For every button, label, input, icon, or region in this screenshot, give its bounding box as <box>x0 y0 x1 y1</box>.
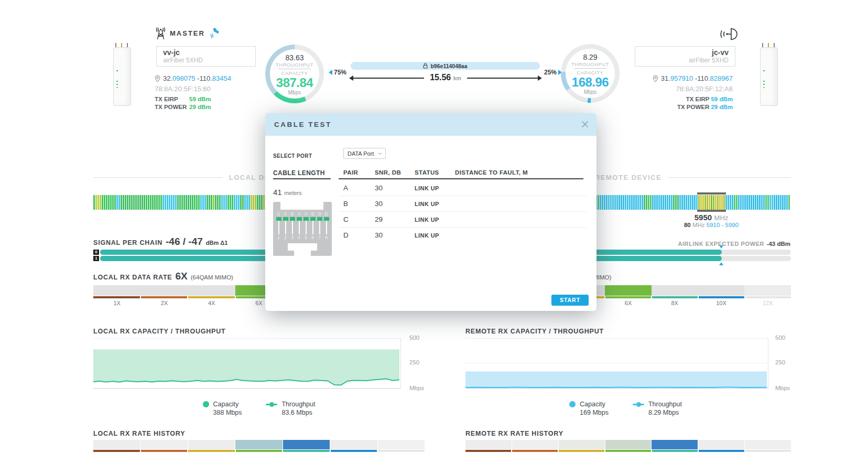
pair-column-header: PAIR <box>343 169 358 176</box>
arrowhead-right <box>538 76 542 81</box>
cable-pair-row-D: D30LINK UP <box>339 228 587 243</box>
local-device-name: vv-jc <box>163 48 255 57</box>
remote-coordinates: 31.957910 -110.828967 <box>661 74 733 82</box>
snr-column-header: SNR, DB <box>375 169 401 176</box>
local-tx-power-value: 29 dBm <box>189 104 211 110</box>
cable-length-header: CABLE LENGTH <box>273 169 325 177</box>
rj45-connector-diagram: CCBAABDD 12345678 <box>273 202 332 256</box>
remote-mac-address: 78:8A:20:5F:12:A6 <box>628 85 733 93</box>
legend-throughput: Throughput 83.6 Mbps <box>266 401 315 416</box>
location-pin-icon <box>653 75 658 82</box>
local-link-percent: 75% <box>329 69 346 76</box>
left-arrow-icon <box>329 70 332 75</box>
status-column-header: STATUS <box>415 169 439 176</box>
distance-arrow-right <box>467 78 540 79</box>
local-rx-data-rate-title: LOCAL RX DATA RATE 6X (64QAM MIMO) <box>93 271 233 282</box>
start-button[interactable]: START <box>551 295 589 306</box>
remote-ytick-500: 500 <box>775 335 785 341</box>
local-device-info: 32.098075 -110.83454 78:8A:20:5F:15:60 T… <box>155 74 259 110</box>
remote-throughput-capacity-gauge: 8.29 THROUGHPUT CAPACITY 168.96 Mbps <box>561 44 620 103</box>
remote-device-info: 31.957910 -110.828967 78:8A:20:5F:12:A6 … <box>628 74 733 110</box>
cable-pair-row-C: C29LINK UP <box>339 212 587 228</box>
legend-capacity: Capacity 169 Mbps <box>569 401 609 416</box>
local-device-model: airFiber 5XHD <box>163 57 255 64</box>
remote-tx-eirp-value: 59 dBm <box>711 96 733 102</box>
master-label: MASTER <box>170 29 205 37</box>
link-id: b96e114048aa <box>430 63 467 69</box>
remote-link-percent: 25% <box>544 69 562 76</box>
frequency-range: 80 MHz 5910 - 5990 <box>672 222 751 228</box>
distance-column-header: DISTANCE TO FAULT, M <box>455 169 528 176</box>
port-select-value: DATA Port <box>348 150 374 157</box>
remote-tx-eirp-row: TX EIRP 59 dBm <box>628 96 733 102</box>
remote-capacity-throughput-chart[interactable] <box>465 336 767 389</box>
cable-pair-row-A: A30LINK UP <box>339 180 587 196</box>
cable-pair-row-B: B30LINK UP <box>339 196 587 212</box>
remote-rate-history-bar <box>465 440 791 449</box>
remote-chart-title: REMOTE RX CAPACITY / THROUGHPUT <box>465 328 604 335</box>
throughput-line-icon <box>633 404 644 405</box>
link-id-pill: b96e114048aa <box>351 62 540 70</box>
legend-throughput: Throughput 8.29 Mbps <box>633 401 682 416</box>
remote-history-title: REMOTE RX RATE HISTORY <box>465 430 563 437</box>
capacity-dot-icon <box>203 401 209 407</box>
distance-arrow-left <box>351 78 424 79</box>
remote-device-model: airFiber 5XHD <box>635 57 729 64</box>
remote-chart-legend: Capacity 169 Mbps Throughput 8.29 Mbps <box>475 401 776 416</box>
chevron-down-icon <box>378 152 382 156</box>
port-select-dropdown[interactable]: DATA Port <box>343 148 386 159</box>
airlink-marker-bottom <box>719 262 723 265</box>
local-rate-value: 6X <box>176 271 188 282</box>
local-gauge-throughput: 83.63 <box>270 53 319 62</box>
select-port-label: SELECT PORT <box>273 153 312 159</box>
remote-yunit: Mbps <box>775 385 790 391</box>
local-tx-eirp-value: 59 dBm <box>189 96 211 102</box>
spectrum-selection-bracket-bottom <box>697 210 726 212</box>
local-capacity-throughput-chart[interactable] <box>93 336 399 389</box>
signal-per-chain-title: SIGNAL PER CHAIN -46 / -47 dBm Δ1 <box>93 236 227 247</box>
remote-device-name: jc-vv <box>635 48 729 57</box>
remote-history-strip <box>465 450 791 452</box>
station-antenna-icon <box>719 27 739 44</box>
local-rate-history-bar <box>93 440 425 449</box>
legend-capacity: Capacity 388 Mbps <box>203 401 242 416</box>
remote-gauge-capacity: 168.96 <box>566 76 615 89</box>
master-row: MASTER <box>155 26 221 40</box>
local-ytick-250: 250 <box>409 359 419 365</box>
spectrum-selection-bracket-top <box>697 192 726 195</box>
remote-tx-power-value: 29 dBm <box>711 104 733 110</box>
frequency-center: 5950 MHz <box>672 213 751 222</box>
signal-values: -46 / -47 <box>166 236 203 247</box>
remote-device-photo <box>758 43 780 108</box>
airlink-marker-top <box>719 245 723 249</box>
local-coordinates: 32.098075 -110.83454 <box>163 74 231 82</box>
local-mac-address: 78:8A:20:5F:15:60 <box>155 85 259 93</box>
local-throughput-capacity-gauge: 83.63 THROUGHPUT CAPACITY 387.84 Mbps <box>265 45 324 103</box>
local-history-title: LOCAL RX RATE HISTORY <box>93 430 185 437</box>
local-history-strip <box>93 450 425 452</box>
local-device-photo <box>111 43 133 108</box>
throughput-line-icon <box>266 404 277 405</box>
radio-tower-icon <box>155 26 166 40</box>
lock-icon <box>423 63 428 69</box>
chain-0-chip: 0 <box>93 250 99 255</box>
local-chart-legend: Capacity 388 Mbps Throughput 83.6 Mbps <box>106 401 412 416</box>
cable-length-value: 41 meters <box>273 188 302 197</box>
airfiber-dashboard: MASTER vv-jc airFiber 5XHD 32.098075 -11… <box>0 0 868 453</box>
local-ytick-500: 500 <box>409 335 419 341</box>
local-device-name-box[interactable]: vv-jc airFiber 5XHD <box>156 46 256 67</box>
gps-satellite-icon <box>209 27 221 39</box>
location-pin-icon <box>155 75 160 82</box>
remote-tx-power-row: TX POWER 29 dBm <box>628 104 733 110</box>
local-tx-power-row: TX POWER29 dBm <box>155 104 259 110</box>
remote-ytick-250: 250 <box>775 359 785 365</box>
remote-device-name-box[interactable]: jc-vv airFiber 5XHD <box>635 46 735 67</box>
close-icon[interactable] <box>581 120 589 128</box>
modal-title: CABLE TEST <box>274 121 332 128</box>
local-tx-eirp-row: TX EIRP59 dBm <box>155 96 259 102</box>
local-yunit: Mbps <box>409 385 424 391</box>
modal-header: CABLE TEST <box>265 113 596 136</box>
airlink-expected-power-value: -43 dBm <box>767 241 790 247</box>
link-distance: 15.56 km <box>424 73 467 82</box>
chain-1-chip: 1 <box>93 256 99 261</box>
